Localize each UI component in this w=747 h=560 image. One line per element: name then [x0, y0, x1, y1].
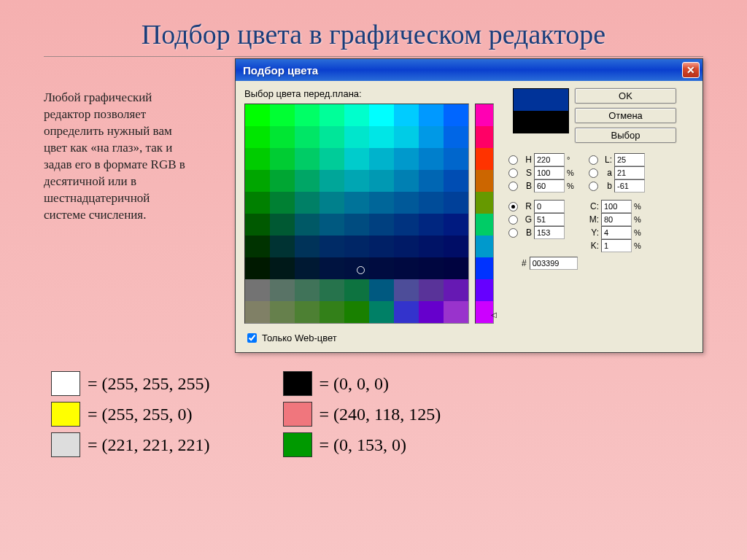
color-cell[interactable]	[245, 170, 270, 192]
color-cell[interactable]	[344, 214, 369, 236]
field-s[interactable]: 100	[534, 166, 565, 179]
radio-l[interactable]	[589, 155, 598, 165]
color-cell[interactable]	[270, 279, 295, 301]
color-cell[interactable]	[245, 257, 270, 279]
select-button[interactable]: Выбор	[575, 128, 676, 143]
color-cell[interactable]	[245, 236, 270, 257]
color-cell[interactable]	[419, 192, 444, 214]
color-cell[interactable]	[344, 148, 369, 170]
cancel-button[interactable]: Отмена	[575, 108, 676, 123]
color-cell[interactable]	[444, 301, 468, 323]
color-cell[interactable]	[245, 214, 270, 236]
color-cell[interactable]	[344, 257, 369, 279]
color-cell[interactable]	[270, 148, 295, 170]
color-cell[interactable]	[444, 192, 468, 214]
color-cell[interactable]	[419, 279, 444, 301]
hue-cell[interactable]	[476, 148, 493, 170]
color-cell[interactable]	[394, 279, 419, 301]
color-cell[interactable]	[245, 192, 270, 214]
color-cell[interactable]	[419, 236, 444, 257]
color-cell[interactable]	[419, 148, 444, 170]
color-cell[interactable]	[394, 236, 419, 257]
field-c[interactable]: 100	[601, 200, 632, 213]
radio-lab-b[interactable]	[589, 182, 598, 191]
color-cell[interactable]	[270, 257, 295, 279]
hue-cell[interactable]	[476, 257, 493, 279]
color-cell[interactable]	[295, 170, 320, 192]
color-cell[interactable]	[369, 236, 394, 257]
color-cell[interactable]	[270, 104, 295, 126]
color-cell[interactable]	[320, 148, 344, 170]
color-cell[interactable]	[344, 126, 369, 148]
color-cell[interactable]	[320, 104, 344, 126]
color-cell[interactable]	[344, 279, 369, 301]
color-cell[interactable]	[295, 104, 320, 126]
color-cell[interactable]	[270, 236, 295, 257]
hue-cell[interactable]	[476, 126, 493, 148]
color-cell[interactable]	[295, 192, 320, 214]
color-cell[interactable]	[295, 257, 320, 279]
color-grid[interactable]	[244, 104, 469, 324]
color-cell[interactable]	[444, 279, 468, 301]
color-cell[interactable]	[419, 257, 444, 279]
color-cell[interactable]	[419, 170, 444, 192]
color-cell[interactable]	[444, 148, 468, 170]
color-cell[interactable]	[270, 214, 295, 236]
color-cell[interactable]	[369, 126, 394, 148]
color-cell[interactable]	[444, 236, 468, 257]
ok-button[interactable]: OK	[575, 88, 676, 104]
color-cell[interactable]	[369, 148, 394, 170]
field-hex[interactable]: 003399	[530, 257, 578, 270]
color-cell[interactable]	[295, 126, 320, 148]
color-cell[interactable]	[295, 301, 320, 323]
field-brightness[interactable]: 60	[534, 179, 565, 192]
color-cell[interactable]	[344, 104, 369, 126]
color-cell[interactable]	[369, 170, 394, 192]
close-icon[interactable]: ✕	[682, 62, 700, 78]
color-cell[interactable]	[295, 214, 320, 236]
color-cell[interactable]	[344, 170, 369, 192]
hue-cell[interactable]	[476, 236, 493, 257]
field-blue[interactable]: 153	[534, 226, 565, 239]
color-cell[interactable]	[444, 170, 468, 192]
hue-cell[interactable]	[476, 170, 493, 192]
color-cell[interactable]	[344, 236, 369, 257]
color-cell[interactable]	[320, 236, 344, 257]
color-cell[interactable]	[369, 214, 394, 236]
color-cell[interactable]	[320, 257, 344, 279]
color-cell[interactable]	[245, 148, 270, 170]
field-lab-b[interactable]: -61	[614, 179, 645, 192]
hue-slider[interactable]	[475, 104, 494, 324]
color-cell[interactable]	[444, 257, 468, 279]
color-cell[interactable]	[270, 170, 295, 192]
radio-g[interactable]	[508, 215, 518, 225]
field-r[interactable]: 0	[534, 200, 565, 213]
color-cell[interactable]	[344, 301, 369, 323]
color-cell[interactable]	[344, 192, 369, 214]
color-cell[interactable]	[394, 192, 419, 214]
color-cell[interactable]	[419, 126, 444, 148]
color-cell[interactable]	[369, 192, 394, 214]
color-cell[interactable]	[320, 214, 344, 236]
field-a[interactable]: 21	[614, 166, 645, 179]
color-cell[interactable]	[369, 301, 394, 323]
color-cell[interactable]	[295, 236, 320, 257]
color-cell[interactable]	[295, 279, 320, 301]
color-cell[interactable]	[369, 279, 394, 301]
radio-r[interactable]	[508, 202, 518, 211]
hue-cell[interactable]	[476, 104, 493, 126]
color-cell[interactable]	[245, 104, 270, 126]
color-cell[interactable]	[394, 257, 419, 279]
color-cell[interactable]	[245, 126, 270, 148]
color-cell[interactable]	[270, 126, 295, 148]
color-cell[interactable]	[394, 170, 419, 192]
hue-cell[interactable]	[476, 279, 493, 301]
color-cell[interactable]	[270, 192, 295, 214]
color-cell[interactable]	[394, 104, 419, 126]
color-cell[interactable]	[419, 214, 444, 236]
color-cell[interactable]	[245, 279, 270, 301]
color-cell[interactable]	[245, 301, 270, 323]
radio-s[interactable]	[508, 168, 518, 178]
color-cell[interactable]	[320, 170, 344, 192]
color-cell[interactable]	[320, 301, 344, 323]
